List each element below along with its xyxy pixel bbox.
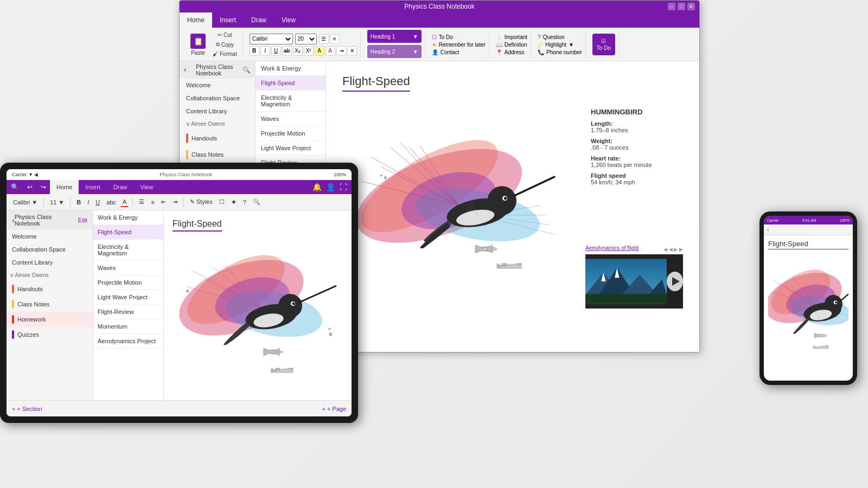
tablet-star-tag[interactable]: ★	[229, 197, 239, 207]
tablet-expand-icon[interactable]: ⛶	[340, 183, 347, 191]
tab-draw[interactable]: Draw	[244, 12, 274, 28]
tablet-section-momentum[interactable]: Momentum	[93, 319, 163, 334]
todo-button[interactable]: ☑ To Do	[592, 34, 615, 55]
tablet-section-projectile[interactable]: Projectile Motion	[93, 275, 163, 290]
tablet-section-aero[interactable]: Aerodynamics Project	[93, 334, 163, 349]
tablet-tab-view[interactable]: View	[134, 180, 160, 194]
tablet-nav-collaboration[interactable]: Collaboration Space	[7, 243, 93, 256]
tablet-search-icon[interactable]: 🔍	[11, 183, 19, 191]
section-flight-speed[interactable]: Flight-Speed	[256, 76, 326, 91]
nav-item-content[interactable]: Content Library	[180, 105, 255, 118]
paste-button[interactable]: 📋 Paste	[187, 31, 209, 58]
phone-tag[interactable]: 📞 Phone number	[538, 49, 582, 55]
font-color-button[interactable]: A	[326, 46, 335, 56]
tablet-nav-handouts[interactable]: Handouts	[7, 281, 93, 297]
tab-insert[interactable]: Insert	[212, 12, 244, 28]
superscript-button[interactable]: X²	[304, 46, 314, 56]
tablet-undo-icon[interactable]: ↩	[27, 183, 33, 191]
cut-button[interactable]: ✂ Cut	[210, 31, 239, 39]
tablet-profile-icon[interactable]: 👤	[326, 183, 335, 191]
tablet-bold[interactable]: B	[74, 198, 83, 207]
close-button[interactable]: ✕	[687, 3, 695, 10]
tablet-nav-quizzes[interactable]: Quizzes	[7, 327, 93, 342]
maximize-button[interactable]: □	[678, 3, 685, 10]
phone-back-button[interactable]: ‹	[767, 227, 769, 233]
tablet-redo-icon[interactable]: ↪	[41, 183, 46, 191]
nav-item-classnotes[interactable]: Class Notes	[180, 146, 255, 163]
tablet-notification-icon[interactable]: 🔔	[312, 183, 322, 191]
italic-button[interactable]: I	[260, 46, 270, 56]
important-tag[interactable]: ❕ Important	[496, 34, 527, 40]
tablet-section-flight[interactable]: Flight-Speed	[93, 225, 163, 240]
tablet-checkbox[interactable]: ☐	[217, 197, 227, 207]
contact-tag[interactable]: 👤 Contact	[432, 49, 486, 55]
section-electricity[interactable]: Electricity & Magnetism	[256, 91, 326, 112]
font-size-dropdown[interactable]: 20	[295, 34, 317, 44]
tablet-search-text[interactable]: 🔍	[251, 197, 263, 207]
underline-button[interactable]: U	[271, 46, 281, 56]
strikethrough-button[interactable]: ab	[282, 46, 292, 56]
address-tag[interactable]: 📍 Address	[496, 49, 527, 55]
tablet-section-lightwave[interactable]: Light Wave Project	[93, 290, 163, 305]
tablet-nav-welcome[interactable]: Welcome	[7, 230, 93, 243]
tablet-italic[interactable]: I	[85, 198, 91, 207]
section-projectile[interactable]: Projectile Motion	[256, 126, 326, 141]
tablet-font-dropdown[interactable]: Calibri ▼	[11, 198, 40, 207]
tablet-font-color[interactable]: A	[120, 197, 129, 207]
highlight-tag[interactable]: 🖊 Highlight ▼	[538, 42, 582, 48]
tablet-bullet[interactable]: ☰	[137, 197, 146, 207]
tablet-nav-aimee[interactable]: ∨ Aimee Owens	[7, 269, 93, 281]
section-waves[interactable]: Waves	[256, 112, 326, 126]
tablet-nav-homework[interactable]: Homework	[7, 312, 93, 327]
tablet-nav-classnotes[interactable]: Class Notes	[7, 297, 93, 312]
definition-tag[interactable]: 📖 Definition	[496, 42, 527, 48]
bold-button[interactable]: B	[250, 46, 259, 56]
tablet-tab-draw[interactable]: Draw	[107, 180, 134, 194]
todo-tag[interactable]: ☐ To Do	[432, 34, 486, 40]
font-name-dropdown[interactable]: Calibri	[250, 34, 293, 44]
minimize-button[interactable]: ─	[668, 3, 675, 10]
tab-home[interactable]: Home	[180, 12, 212, 28]
remember-tag[interactable]: ★ Remember for later	[432, 42, 486, 48]
nav-item-handouts[interactable]: Handouts	[180, 130, 255, 146]
tablet-styles-btn[interactable]: ✎ Styles	[188, 197, 215, 207]
nav-search-icon[interactable]: 🔍	[242, 66, 251, 74]
nav-back-button[interactable]: ‹	[184, 65, 194, 75]
tablet-nav-content[interactable]: Content Library	[7, 256, 93, 269]
tablet-section-waves[interactable]: Waves	[93, 261, 163, 275]
tablet-section-work[interactable]: Work & Energy	[93, 210, 163, 225]
tablet-section-electricity[interactable]: Electricity & Magnetism	[93, 240, 163, 261]
tablet-size-dropdown[interactable]: 11 ▼	[48, 198, 66, 207]
clear-formatting-button[interactable]: ✕	[347, 46, 357, 56]
play-button[interactable]	[667, 272, 683, 291]
tablet-numbered[interactable]: ≡	[149, 198, 156, 207]
tablet-abc[interactable]: abc	[104, 198, 118, 207]
subscript-button[interactable]: X₂	[293, 46, 303, 56]
tab-view[interactable]: View	[274, 12, 303, 28]
tablet-indent-less[interactable]: ⇤	[159, 197, 168, 207]
nav-item-welcome[interactable]: Welcome	[180, 79, 255, 92]
bullet-list-button[interactable]: ☰	[319, 34, 329, 44]
tablet-add-section-button[interactable]: + + Section	[12, 406, 42, 412]
nav-item-collaboration[interactable]: Collaboration Space	[180, 92, 255, 105]
section-lightwave[interactable]: Light Wave Project	[256, 141, 326, 156]
indent-button[interactable]: ⇥	[336, 46, 346, 56]
tablet-indent-more[interactable]: ⇥	[170, 197, 180, 207]
tablet-underline[interactable]: U	[93, 198, 102, 207]
tablet-add-page-button[interactable]: + + Page	[322, 406, 346, 412]
tablet-tab-insert[interactable]: Insert	[79, 180, 107, 194]
question-tag[interactable]: ? Question	[538, 34, 582, 40]
format-button[interactable]: 🖌 Format	[210, 50, 239, 58]
heading1-dropdown[interactable]: Heading 1 ▼	[367, 30, 422, 43]
video-link[interactable]: Aerodynamics of flight	[585, 245, 639, 251]
tablet-nav-edit-button[interactable]: Edit	[78, 217, 87, 223]
copy-button[interactable]: ⧉ Copy	[210, 40, 239, 49]
highlight-color-button[interactable]: A	[315, 46, 324, 56]
nav-group-aimee[interactable]: ∨ Aimee Owens	[180, 118, 255, 130]
tablet-section-review[interactable]: Flight-Review	[93, 305, 163, 319]
numbered-list-button[interactable]: ≡	[330, 34, 340, 44]
tablet-help[interactable]: ?	[241, 198, 248, 207]
tablet-tab-home[interactable]: Home	[50, 180, 79, 194]
heading2-dropdown[interactable]: Heading 2 ▼	[367, 45, 422, 58]
section-work-energy[interactable]: Work & Energy	[256, 61, 326, 76]
